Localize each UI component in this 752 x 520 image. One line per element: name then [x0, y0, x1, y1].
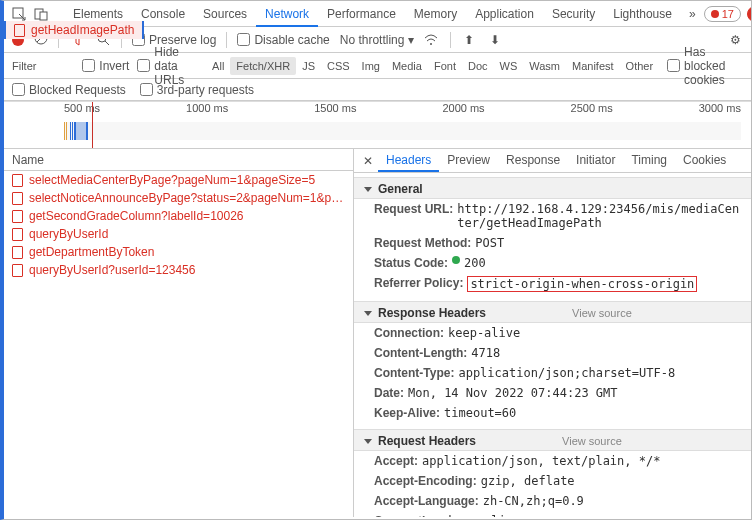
devtools-tab-application[interactable]: Application — [466, 2, 543, 27]
name-column-header[interactable]: Name — [4, 149, 353, 171]
inspect-icon[interactable] — [12, 6, 26, 22]
chevron-down-icon — [364, 187, 372, 192]
filter-type-doc[interactable]: Doc — [462, 57, 494, 75]
chevron-down-icon — [364, 439, 372, 444]
status-dot-icon — [452, 256, 460, 264]
view-source-link[interactable]: View source — [572, 307, 632, 319]
request-row[interactable]: getSecondGradeColumn?labelId=10026 — [4, 207, 353, 225]
chevron-down-icon — [364, 311, 372, 316]
header-row: Accept: application/json, text/plain, */… — [354, 451, 751, 471]
devtools-tab-security[interactable]: Security — [543, 2, 604, 27]
file-icon — [12, 246, 23, 259]
blocked-requests-checkbox[interactable]: Blocked Requests — [12, 83, 126, 97]
filter-type-js[interactable]: JS — [296, 57, 321, 75]
request-row[interactable]: getDepartmentByToken — [4, 243, 353, 261]
devtools-tab-lighthouse[interactable]: Lighthouse — [604, 2, 681, 27]
file-icon — [12, 228, 23, 241]
timeline[interactable]: 500 ms1000 ms1500 ms2000 ms2500 ms3000 m… — [4, 101, 751, 149]
hide-data-urls-checkbox[interactable]: Hide data URLs — [137, 45, 198, 87]
filter-type-other[interactable]: Other — [620, 57, 660, 75]
header-row: Status Code: 200 — [354, 253, 751, 273]
section-header[interactable]: General — [354, 177, 751, 199]
svg-rect-2 — [40, 12, 47, 20]
filter-type-wasm[interactable]: Wasm — [523, 57, 566, 75]
detail-tab-cookies[interactable]: Cookies — [675, 149, 734, 172]
view-source-link[interactable]: View source — [562, 435, 622, 447]
upload-icon[interactable]: ⬆ — [461, 32, 477, 48]
file-icon — [12, 210, 23, 223]
header-row: Content-Length: 4718 — [354, 343, 751, 363]
throttling-select[interactable]: No throttling ▾ — [340, 33, 414, 47]
header-row: Accept-Encoding: gzip, deflate — [354, 471, 751, 491]
request-row[interactable]: queryByUserId?userId=123456 — [4, 261, 353, 279]
section-header[interactable]: Request HeadersView source — [354, 429, 751, 451]
close-details-icon[interactable]: ✕ — [360, 154, 376, 168]
highlighted-value: strict-origin-when-cross-origin — [467, 276, 697, 292]
third-party-checkbox[interactable]: 3rd-party requests — [140, 83, 254, 97]
header-row: Referrer Policy: strict-origin-when-cros… — [354, 273, 751, 295]
error-count-badge[interactable]: 17 — [704, 6, 741, 22]
devtools-tab-memory[interactable]: Memory — [405, 2, 466, 27]
filter-type-all[interactable]: All — [206, 57, 230, 75]
section-header[interactable]: Response HeadersView source — [354, 301, 751, 323]
request-row[interactable]: queryByUserId — [4, 225, 353, 243]
header-row: Content-Type: application/json;charset=U… — [354, 363, 751, 383]
detail-tab-response[interactable]: Response — [498, 149, 568, 172]
file-icon — [12, 192, 23, 205]
detail-tab-timing[interactable]: Timing — [623, 149, 675, 172]
header-row: Date: Mon, 14 Nov 2022 07:44:23 GMT — [354, 383, 751, 403]
filter-type-ws[interactable]: WS — [494, 57, 524, 75]
download-icon[interactable]: ⬇ — [487, 32, 503, 48]
file-icon — [12, 264, 23, 277]
detail-tab-initiator[interactable]: Initiator — [568, 149, 623, 172]
svg-point-7 — [430, 43, 432, 45]
filter-type-font[interactable]: Font — [428, 57, 462, 75]
wifi-icon[interactable] — [424, 32, 440, 48]
header-row: Connection: keep-alive — [354, 511, 751, 517]
blocked-cookies-checkbox[interactable]: Has blocked cookies — [667, 45, 743, 87]
detail-tab-preview[interactable]: Preview — [439, 149, 498, 172]
filter-type-img[interactable]: Img — [356, 57, 386, 75]
svg-line-6 — [105, 41, 109, 45]
header-row: Request URL: http://192.168.4.129:23456/… — [354, 199, 751, 233]
disable-cache-checkbox[interactable]: Disable cache — [237, 33, 329, 47]
header-row: Keep-Alive: timeout=60 — [354, 403, 751, 423]
file-icon — [12, 174, 23, 187]
header-row: Connection: keep-alive — [354, 323, 751, 343]
issue-count-badge[interactable]: ◪ 7 — [747, 6, 752, 22]
filter-input[interactable]: Filter — [12, 60, 36, 72]
header-row: Request Method: POST — [354, 233, 751, 253]
more-tabs-icon[interactable]: » — [689, 6, 696, 22]
filter-type-media[interactable]: Media — [386, 57, 428, 75]
header-row: Accept-Language: zh-CN,zh;q=0.9 — [354, 491, 751, 511]
devtools-tab-sources[interactable]: Sources — [194, 2, 256, 27]
devtools-tab-network[interactable]: Network — [256, 2, 318, 27]
filter-type-css[interactable]: CSS — [321, 57, 356, 75]
invert-checkbox[interactable]: Invert — [82, 59, 129, 73]
request-row[interactable]: selectMediaCenterByPage?pageNum=1&pageSi… — [4, 171, 353, 189]
devtools-tab-performance[interactable]: Performance — [318, 2, 405, 27]
filter-type-fetchxhr[interactable]: Fetch/XHR — [230, 57, 296, 75]
request-row[interactable]: selectNoticeAnnounceByPage?status=2&page… — [4, 189, 353, 207]
detail-tab-headers[interactable]: Headers — [378, 149, 439, 172]
device-icon[interactable] — [34, 6, 48, 22]
filter-type-manifest[interactable]: Manifest — [566, 57, 620, 75]
